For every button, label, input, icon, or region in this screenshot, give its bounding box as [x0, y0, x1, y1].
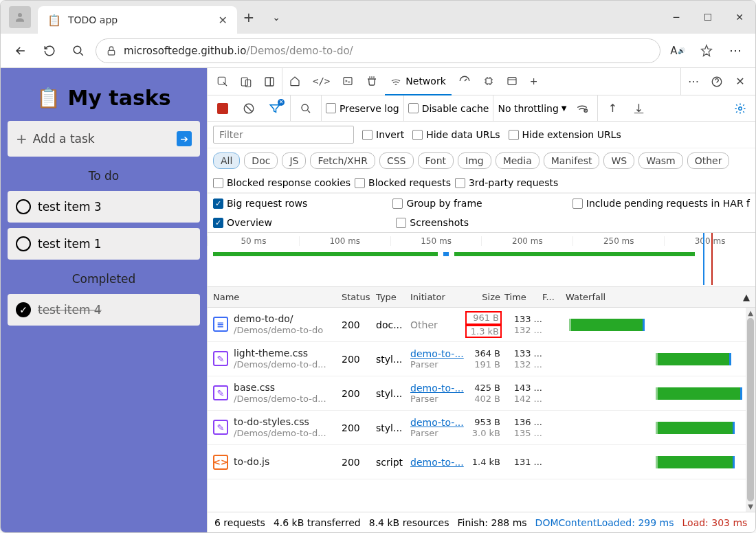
type-filter-other[interactable]: Other — [687, 152, 730, 169]
type-filter-doc[interactable]: Doc — [244, 152, 278, 169]
screenshots-checkbox[interactable]: Screenshots — [396, 217, 469, 228]
network-row[interactable]: ✎ to-do-styles.css/Demos/demo-to-d... 20… — [208, 411, 746, 445]
search-network-button[interactable] — [295, 98, 317, 120]
type-filter-media[interactable]: Media — [496, 152, 540, 169]
preserve-log-checkbox[interactable]: Preserve log — [326, 103, 399, 114]
col-f[interactable]: F... — [542, 292, 560, 302]
overview-checkbox[interactable]: ✓Overview — [213, 217, 272, 228]
col-size[interactable]: Size — [467, 292, 504, 302]
invert-checkbox[interactable]: Invert — [362, 129, 404, 140]
tab-welcome[interactable] — [284, 68, 306, 95]
clear-button[interactable] — [238, 98, 260, 120]
disable-cache-checkbox[interactable]: Disable cache — [408, 103, 489, 114]
network-row[interactable]: ✎ base.css/Demos/demo-to-d... 200 styl..… — [208, 376, 746, 411]
read-aloud-button[interactable]: A🔊 — [666, 39, 689, 63]
tab-performance[interactable] — [453, 68, 476, 95]
more-menu-button[interactable]: ⋯ — [724, 39, 747, 63]
timeline-overview[interactable]: 50 ms100 ms150 ms200 ms250 ms300 ms — [208, 232, 755, 287]
filter-toggle-button[interactable]: ✕ — [264, 98, 286, 120]
task-checkbox-icon[interactable] — [16, 236, 31, 251]
type-filter-font[interactable]: Font — [418, 152, 454, 169]
tab-elements[interactable]: </> — [307, 68, 335, 95]
lock-icon — [106, 45, 117, 56]
request-time: 131 ... — [504, 457, 542, 468]
type-filter-fetchxhr[interactable]: Fetch/XHR — [310, 152, 375, 169]
network-settings-button[interactable] — [729, 98, 751, 120]
import-har-button[interactable]: ↑ — [602, 98, 624, 120]
pending-har-checkbox[interactable]: Include pending requests in HAR f — [572, 198, 750, 209]
scroll-thumb[interactable] — [747, 318, 754, 501]
request-initiator[interactable]: demo-to-...Parser — [410, 348, 467, 370]
devtools-help-button[interactable] — [706, 71, 728, 93]
request-initiator[interactable]: demo-to-...Parser — [410, 383, 467, 404]
tab-memory[interactable] — [478, 68, 500, 95]
tab-console[interactable] — [337, 68, 359, 95]
hide-data-urls-checkbox[interactable]: Hide data URLs — [412, 129, 500, 140]
table-scrollbar[interactable]: ▲ ▼ — [746, 308, 755, 512]
search-button[interactable] — [67, 39, 90, 63]
network-table-header[interactable]: Name Status Type Initiator Size Time F..… — [208, 287, 755, 308]
type-filter-img[interactable]: Img — [458, 152, 491, 169]
blocked-cookies-checkbox[interactable]: Blocked response cookies — [213, 177, 351, 188]
tab-network[interactable]: Network — [385, 68, 451, 95]
tab-close-button[interactable]: ✕ — [219, 14, 227, 27]
big-rows-checkbox[interactable]: ✓Big request rows — [213, 198, 307, 209]
type-filter-wasm[interactable]: Wasm — [638, 152, 682, 169]
close-window-button[interactable]: ✕ — [724, 1, 755, 34]
scroll-up-icon[interactable]: ▲ — [748, 309, 753, 317]
submit-icon[interactable]: ➔ — [177, 131, 192, 146]
add-task-input[interactable]: + Add a task ➔ — [8, 121, 200, 157]
col-initiator[interactable]: Initiator — [410, 292, 467, 302]
device-emulation-button[interactable] — [235, 71, 257, 93]
devtools-close-button[interactable]: ✕ — [729, 71, 751, 93]
minimize-button[interactable]: ─ — [660, 1, 692, 34]
export-har-button[interactable]: ↓ — [628, 98, 650, 120]
type-filter-js[interactable]: JS — [282, 152, 306, 169]
throttling-select[interactable]: No throttling ▼ — [498, 103, 566, 114]
col-type[interactable]: Type — [376, 292, 410, 302]
new-tab-button[interactable]: + — [237, 9, 260, 25]
network-row[interactable]: <> to-do.js 200 script demo-to-... 1.4 k… — [208, 445, 746, 479]
third-party-checkbox[interactable]: 3rd-party requests — [455, 177, 558, 188]
browser-tab[interactable]: 📋 TODO app ✕ — [38, 6, 237, 34]
back-button[interactable] — [9, 39, 32, 63]
network-row[interactable]: ≡ demo-to-do//Demos/demo-to-do 200 doc..… — [208, 308, 746, 342]
network-row[interactable]: ✎ light-theme.css/Demos/demo-to-d... 200… — [208, 342, 746, 376]
address-bar[interactable]: microsoftedge.github.io/Demos/demo-to-do… — [96, 38, 660, 63]
task-item-completed[interactable]: ✓ test item 4 — [8, 294, 200, 326]
task-checked-icon[interactable]: ✓ — [16, 302, 31, 317]
scroll-down-icon[interactable]: ▼ — [748, 503, 753, 510]
request-initiator[interactable]: demo-to-... — [410, 457, 467, 468]
request-initiator[interactable]: Other — [410, 319, 467, 330]
task-checkbox-icon[interactable] — [16, 199, 31, 214]
devtools-more-button[interactable]: ⋯ — [682, 71, 704, 93]
summary-domcontentloaded: DOMContentLoaded: 299 ms — [535, 517, 674, 528]
dock-side-button[interactable] — [258, 71, 280, 93]
filter-input[interactable] — [213, 126, 354, 144]
task-item[interactable]: test item 3 — [8, 191, 200, 223]
maximize-button[interactable]: ☐ — [692, 1, 724, 34]
tab-add[interactable]: + — [524, 68, 544, 95]
request-initiator[interactable]: demo-to-...Parser — [410, 417, 467, 438]
col-status[interactable]: Status — [342, 292, 376, 302]
network-conditions-button[interactable] — [571, 98, 593, 120]
type-filter-ws[interactable]: WS — [603, 152, 634, 169]
blocked-requests-checkbox[interactable]: Blocked requests — [355, 177, 451, 188]
type-filter-all[interactable]: All — [213, 152, 240, 169]
col-name[interactable]: Name — [208, 292, 342, 302]
group-frame-checkbox[interactable]: Group by frame — [392, 198, 482, 209]
tab-application[interactable] — [501, 68, 523, 95]
hide-extension-urls-checkbox[interactable]: Hide extension URLs — [509, 129, 621, 140]
tab-actions-button[interactable]: ⌄ — [260, 12, 292, 23]
type-filter-manifest[interactable]: Manifest — [544, 152, 600, 169]
favorite-button[interactable] — [695, 39, 718, 63]
task-item[interactable]: test item 1 — [8, 228, 200, 260]
profile-icon[interactable] — [9, 6, 31, 28]
tab-sources[interactable] — [360, 68, 383, 95]
refresh-button[interactable] — [38, 39, 61, 63]
col-waterfall[interactable]: Waterfall▲ — [560, 292, 755, 302]
record-button[interactable] — [212, 98, 234, 120]
type-filter-css[interactable]: CSS — [379, 152, 414, 169]
inspect-button[interactable] — [212, 71, 234, 93]
col-time[interactable]: Time — [504, 292, 542, 302]
